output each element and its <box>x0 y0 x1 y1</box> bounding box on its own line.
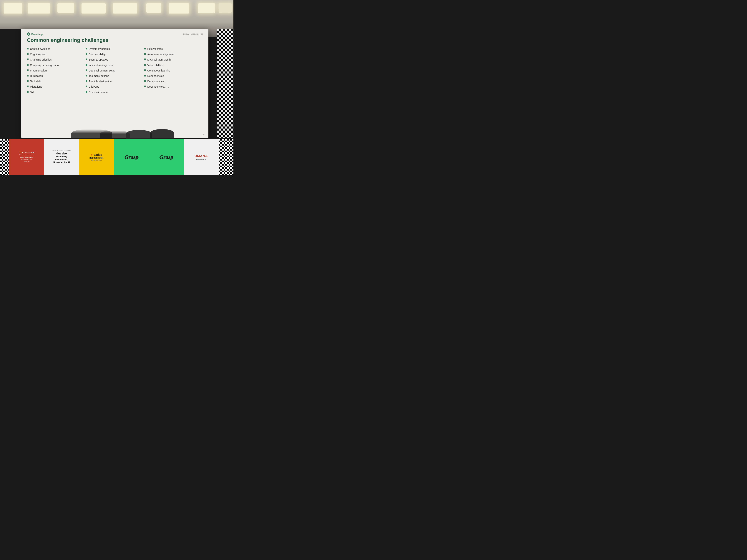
banner-grasp2: Grasp <box>149 139 184 175</box>
bullet-icon <box>144 64 146 66</box>
grasp2-text: Grasp <box>159 154 173 160</box>
bullet-icon <box>85 48 87 49</box>
slide-number-bottom: 21 <box>203 134 205 136</box>
banner-umana: UMANA DIREZIONE IT <box>184 139 218 175</box>
bullet-dev-environment-setup: Dev environment setup <box>85 69 143 72</box>
docebo-driven: Driven byinnovation,Powered by AI <box>53 155 70 164</box>
right-banner-checkerboard <box>218 139 233 175</box>
bullet-context-switching: Context switching <box>27 47 84 51</box>
bullet-icon <box>144 70 146 71</box>
bullet-icon <box>144 53 146 55</box>
dxday-location: BOLOGNA 2024 <box>89 157 104 159</box>
bullet-mythical-man-month: Mythical Man-Month <box>144 58 201 61</box>
bullet-icon <box>85 75 87 77</box>
dxday-logo-area: » dxday <box>91 153 102 157</box>
bullet-icon <box>85 58 87 60</box>
bullet-dependencies-more: Dependencies…… <box>144 85 201 88</box>
bullet-fragmentation: Fragmentation <box>27 69 84 72</box>
slide-screen: B Backstage DX Day 16.02.2024 20 Common … <box>21 29 208 138</box>
left-wall <box>0 29 21 138</box>
bullet-icon <box>27 85 28 87</box>
sparkfabrik-logo-text: ⚡ SPARKFABRIK <box>19 151 34 153</box>
left-checkerboard <box>0 139 9 175</box>
right-checkerboard <box>217 29 233 138</box>
bullet-icon <box>85 91 87 93</box>
banner-dxday: » dxday BOLOGNA 2024 darumartQ.com <box>79 139 114 175</box>
bullet-vulnerabilities: Vulnerabilities <box>144 63 201 67</box>
bullet-icon <box>27 48 28 49</box>
bullet-icon <box>27 53 28 55</box>
banner-docebo: THE FUTURE OF LEARNING docebo Driven byi… <box>44 139 79 175</box>
bullet-tech-debt: Tech debt <box>27 80 84 83</box>
bullet-security-updates: Security updates <box>85 58 143 61</box>
bullet-dependencies: Dependencies <box>144 74 201 78</box>
bullet-system-ownership: System ownership <box>85 47 143 51</box>
bullet-dev-environment: Dev environment <box>85 90 143 94</box>
bullet-continuous-learning: Continuous learning <box>144 69 201 72</box>
bullet-icon <box>27 70 28 71</box>
dxday-arrows: » <box>91 153 93 157</box>
bullet-toil: Toil <box>27 90 84 94</box>
banners-area: ⚡ SPARKFABRIK We create secure andstable… <box>0 139 233 175</box>
meta-event: DX Day <box>183 33 189 35</box>
column-1: Context switching Cognitive load Changin… <box>27 47 85 96</box>
column-2: System ownership Discoverability Securit… <box>85 47 144 96</box>
slide-topbar: B Backstage DX Day 16.02.2024 20 <box>27 32 203 36</box>
bullet-migrations: Migrations <box>27 85 84 88</box>
backstage-label: Backstage <box>31 33 43 35</box>
bullet-icon <box>85 64 87 66</box>
bullet-autonomy-vs-alignment: Autonomy vs alignment <box>144 53 201 56</box>
bullet-icon <box>27 75 28 77</box>
umana-subtitle: DIREZIONE IT <box>196 158 206 160</box>
bullet-incident-management: Incident management <box>85 63 143 67</box>
bullet-icon <box>144 48 146 49</box>
slide-meta: DX Day 16.02.2024 20 <box>183 33 203 35</box>
bullet-icon <box>27 58 28 60</box>
meta-date: 16.02.2024 <box>191 33 199 35</box>
bullet-cognitive-load: Cognitive load <box>27 53 84 56</box>
column-3: Pets vs cattle Autonomy vs alignment Myt… <box>144 47 203 96</box>
bullet-too-many-options: Too many options <box>85 74 143 78</box>
bullet-icon <box>144 75 146 77</box>
docebo-pre-label: THE FUTURE OF LEARNING <box>52 150 71 151</box>
bullet-icon <box>85 80 87 82</box>
backstage-logo: B Backstage <box>27 32 43 36</box>
slide-title: Common engineering challenges <box>27 37 203 43</box>
sparkfabrik-description: We create secure andstable cloud nativea… <box>20 154 34 163</box>
bullet-icon <box>27 64 28 66</box>
bullet-changing-priorities: Changing priorities <box>27 58 84 61</box>
person-silhouette-3 <box>126 130 152 139</box>
meta-page: 20 <box>201 33 203 35</box>
bullet-icon <box>144 58 146 60</box>
banner-sparkfabrik: ⚡ SPARKFABRIK We create secure andstable… <box>9 139 44 175</box>
bullet-dependencies-ellipsis: Dependencies… <box>144 80 201 83</box>
dxday-url: darumartQ.com <box>91 159 102 161</box>
bullet-discoverability: Discoverability <box>85 53 143 56</box>
bullet-pets-vs-cattle: Pets vs cattle <box>144 47 201 51</box>
grasp1-text: Grasp <box>125 154 138 160</box>
bullet-clickops: ClickOps <box>85 85 143 88</box>
slide-columns: Context switching Cognitive load Changin… <box>27 47 203 96</box>
dxday-name: dxday <box>94 153 102 157</box>
bullet-duplication: Duplication <box>27 74 84 78</box>
bullet-icon <box>144 85 146 87</box>
bullet-too-little-abstraction: Too little abstraction <box>85 80 143 83</box>
bullet-company-bet-congestion: Company bet congestion <box>27 63 84 67</box>
umana-title: UMANA <box>195 154 208 158</box>
backstage-icon: B <box>27 32 30 36</box>
bullet-icon <box>27 80 28 82</box>
bullet-icon <box>85 70 87 71</box>
person-silhouette-2 <box>100 131 130 139</box>
docebo-title: docebo <box>56 152 67 155</box>
banner-grasp1: Grasp <box>114 139 149 175</box>
bullet-icon <box>85 85 87 87</box>
bullet-icon <box>85 53 87 55</box>
bullet-icon <box>144 80 146 82</box>
person-silhouette-4 <box>150 129 174 139</box>
bullet-icon <box>27 91 28 93</box>
